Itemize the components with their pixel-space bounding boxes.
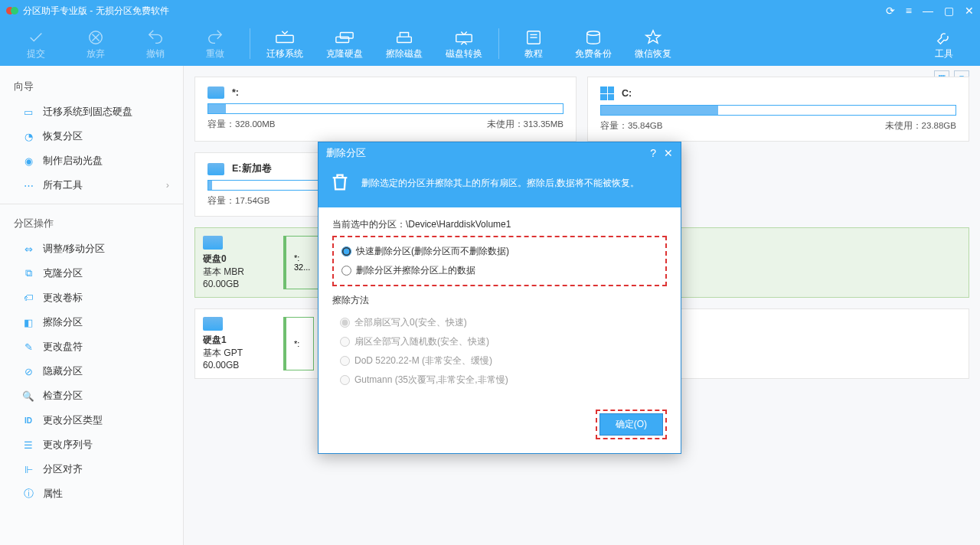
commit-button[interactable]: 提交	[6, 21, 66, 66]
sidebar: 向导 ▭迁移系统到固态硬盘 ◔恢复分区 ◉制作启动光盘 ⋯所有工具› 分区操作 …	[0, 66, 184, 545]
tools-button[interactable]: 工具	[914, 21, 974, 66]
partition-card[interactable]: *: 容量：328.00MB未使用：313.35MB	[194, 77, 577, 142]
disk-icon	[203, 317, 223, 331]
eye-off-icon: ⊘	[21, 364, 35, 378]
svg-rect-9	[456, 34, 472, 41]
op-letter[interactable]: ✎更改盘符	[0, 335, 183, 359]
ssd-icon: ▭	[21, 105, 35, 119]
pie-icon: ◔	[21, 129, 35, 143]
radio-wipe-gutmann: Gutmann (35次覆写,非常安全,非常慢)	[340, 370, 659, 390]
svg-rect-6	[336, 37, 349, 42]
wizard-migrate[interactable]: ▭迁移系统到固态硬盘	[0, 100, 183, 124]
info-icon: ⓘ	[21, 487, 35, 501]
search-icon: 🔍	[21, 389, 35, 403]
op-label[interactable]: 🏷更改卷标	[0, 286, 183, 310]
backup-button[interactable]: 免费备份	[564, 21, 623, 66]
disk-icon	[203, 236, 223, 250]
radio-quick-delete[interactable]: 快速删除分区(删除分区而不删除数据)	[341, 242, 658, 261]
redo-button[interactable]: 重做	[185, 21, 245, 66]
op-align[interactable]: ⊩分区对齐	[0, 457, 183, 481]
clone-button[interactable]: 克隆硬盘	[315, 21, 374, 66]
serial-icon: ☰	[21, 438, 35, 452]
op-wipe[interactable]: ◧擦除分区	[0, 310, 183, 335]
wipe-method-group: 全部扇区写入0(安全、快速) 扇区全部写入随机数(安全、快速) DoD 5220…	[332, 310, 667, 393]
disc-icon: ◉	[21, 154, 35, 168]
title-bar: 分区助手专业版 - 无损分区免费软件 ⟳ ≡ — ▢ ✕	[0, 0, 980, 21]
wizard-heading: 向导	[0, 73, 183, 100]
wipe-method-label: 擦除方法	[332, 294, 667, 307]
app-logo-icon	[6, 5, 18, 17]
svg-rect-7	[340, 32, 353, 38]
minimize-icon[interactable]: —	[923, 5, 933, 17]
radio-wipe-zero: 全部扇区写入0(安全、快速)	[340, 313, 659, 332]
op-check[interactable]: 🔍检查分区	[0, 383, 183, 408]
dialog-title: 删除分区	[326, 147, 366, 160]
discard-button[interactable]: 放弃	[66, 21, 126, 66]
svg-rect-5	[276, 35, 293, 42]
window-title: 分区助手专业版 - 无损分区免费软件	[23, 5, 169, 18]
close-icon[interactable]: ✕	[965, 5, 974, 17]
refresh-icon[interactable]: ⟳	[886, 5, 895, 17]
migrate-button[interactable]: 迁移系统	[255, 21, 315, 66]
maximize-icon[interactable]: ▢	[944, 5, 954, 17]
dots-icon: ⋯	[21, 178, 35, 192]
id-icon: ID	[21, 413, 35, 427]
delete-mode-group: 快速删除分区(删除分区而不删除数据) 删除分区并擦除分区上的数据	[332, 236, 667, 286]
resize-icon: ⇔	[21, 242, 35, 256]
align-icon: ⊩	[21, 462, 35, 476]
op-hide[interactable]: ⊘隐藏分区	[0, 359, 183, 383]
ok-button[interactable]: 确定(O)	[599, 413, 663, 436]
current-partition-label: 当前选中的分区：\Device\HarddiskVolume1	[332, 218, 667, 231]
disk-segment[interactable]: *:32...	[283, 236, 318, 289]
wizard-recover[interactable]: ◔恢复分区	[0, 124, 183, 148]
pencil-icon: ✎	[21, 340, 35, 354]
clone-icon: ⧉	[21, 266, 35, 280]
radio-wipe-delete[interactable]: 删除分区并擦除分区上的数据	[341, 261, 658, 280]
svg-rect-8	[397, 37, 412, 42]
wipe-button[interactable]: 擦除磁盘	[374, 21, 434, 66]
op-clone[interactable]: ⧉克隆分区	[0, 261, 183, 286]
op-type[interactable]: ID更改分区类型	[0, 408, 183, 432]
convert-button[interactable]: 磁盘转换	[434, 21, 494, 66]
radio-wipe-dod: DoD 5220.22-M (非常安全、缓慢)	[340, 351, 659, 370]
trash-icon	[329, 171, 351, 195]
delete-partition-dialog: 删除分区 ? ✕ 删除选定的分区并擦除其上的所有扇区。擦除后,数据将不能被恢复。…	[318, 142, 681, 454]
dialog-description: 删除选定的分区并擦除其上的所有扇区。擦除后,数据将不能被恢复。	[318, 164, 681, 207]
tag-icon: 🏷	[21, 291, 35, 305]
eraser-icon: ◧	[21, 315, 35, 329]
tutorial-button[interactable]: 教程	[504, 21, 564, 66]
dialog-titlebar: 删除分区 ? ✕	[318, 142, 681, 164]
svg-point-1	[11, 7, 18, 15]
help-icon[interactable]: ?	[650, 147, 656, 159]
radio-wipe-random: 扇区全部写入随机数(安全、快速)	[340, 332, 659, 351]
undo-button[interactable]: 撤销	[126, 21, 185, 66]
partition-card[interactable]: C: 容量：35.84GB未使用：23.88GB	[587, 77, 969, 142]
svg-point-13	[587, 31, 600, 35]
drive-icon	[207, 86, 224, 99]
main-toolbar: 提交 放弃 撤销 重做 迁移系统 克隆硬盘 擦除磁盘 磁盘转换 教程 免费备份 …	[0, 21, 980, 66]
op-serial[interactable]: ☰更改序列号	[0, 432, 183, 457]
menu-icon[interactable]: ≡	[906, 5, 912, 17]
chevron-right-icon: ›	[166, 180, 169, 191]
dialog-close-icon[interactable]: ✕	[664, 147, 673, 159]
op-resize[interactable]: ⇔调整/移动分区	[0, 237, 183, 261]
drive-icon	[207, 163, 224, 175]
wizard-bootdisc[interactable]: ◉制作启动光盘	[0, 148, 183, 173]
wechat-recover-button[interactable]: 微信恢复	[623, 21, 683, 66]
windows-icon	[600, 86, 614, 100]
wizard-all-tools[interactable]: ⋯所有工具›	[0, 173, 183, 197]
disk-segment[interactable]: *:	[283, 317, 314, 370]
op-props[interactable]: ⓘ属性	[0, 481, 183, 506]
ops-heading: 分区操作	[0, 210, 183, 237]
